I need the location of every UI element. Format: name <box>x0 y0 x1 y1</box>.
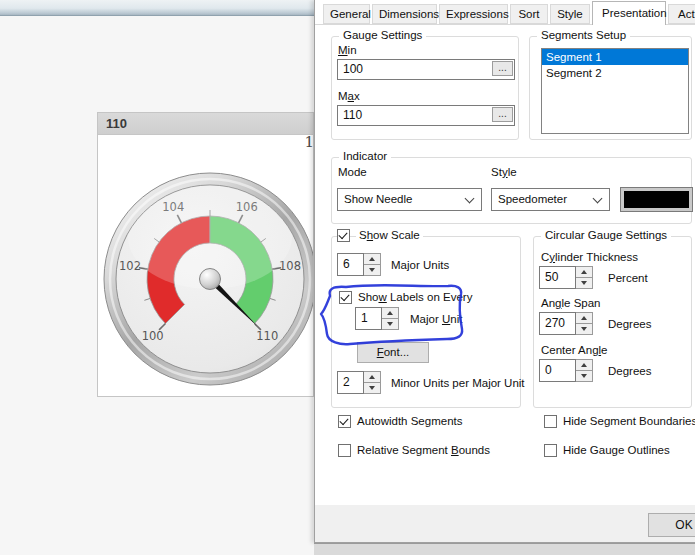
tab-style[interactable]: Style <box>550 4 590 24</box>
min-label: Min <box>338 44 357 56</box>
center-angle-spinner: 0 <box>539 359 593 382</box>
relative-segment-bounds-checkbox[interactable] <box>338 444 351 457</box>
angle-span-value[interactable]: 270 <box>539 312 576 335</box>
tab-expressions[interactable]: Expressions <box>439 4 508 24</box>
segments-listbox: Segment 1 Segment 2 <box>541 48 689 134</box>
min-expression-button[interactable]: ... <box>492 61 513 76</box>
tab-general[interactable]: General <box>323 4 370 24</box>
segment-list-item[interactable]: Segment 2 <box>542 65 688 81</box>
hide-gauge-outlines-label: Hide Gauge Outlines <box>563 444 670 456</box>
chevron-down-icon <box>465 194 475 204</box>
percent-label: Percent <box>608 272 648 284</box>
indicator-color-button[interactable] <box>620 187 693 212</box>
presentation-properties-dialog: General Dimensions Expressions Sort Styl… <box>314 0 695 543</box>
spinner-up-icon[interactable] <box>364 371 381 382</box>
dialog-button-bar: OK <box>315 505 695 543</box>
hide-gauge-outlines-checkbox[interactable] <box>544 444 557 457</box>
gauge-chart: 100102104106108110 <box>98 135 314 397</box>
segments-setup-title: Segments Setup <box>537 29 630 41</box>
minor-units-value[interactable]: 2 <box>337 371 364 394</box>
tab-sort[interactable]: Sort <box>510 4 548 24</box>
cylinder-thickness-spinner: 50 <box>539 266 593 289</box>
major-units-spinner: 6 <box>337 253 381 276</box>
autowidth-segments-label: Autowidth Segments <box>357 415 462 427</box>
indicator-title: Indicator <box>339 150 391 162</box>
hide-segment-boundaries-label: Hide Segment Boundaries <box>563 415 695 427</box>
show-scale-label: Show Scale <box>356 229 423 241</box>
chevron-down-icon <box>593 194 603 204</box>
spinner-down-icon[interactable] <box>576 323 593 335</box>
app-toolbar-edge <box>0 0 316 16</box>
major-units-value[interactable]: 6 <box>337 253 364 276</box>
spinner-down-icon[interactable] <box>364 264 381 276</box>
cylinder-thickness-value[interactable]: 50 <box>539 266 576 289</box>
style-dropdown[interactable]: Speedometer <box>491 188 610 211</box>
spinner-down-icon[interactable] <box>382 318 399 330</box>
spinner-up-icon[interactable] <box>576 266 593 277</box>
spinner-down-icon[interactable] <box>364 382 381 394</box>
min-input[interactable]: 100 <box>337 59 515 80</box>
angle-span-label: Angle Span <box>541 297 601 309</box>
spinner-up-icon[interactable] <box>382 307 399 318</box>
spinner-down-icon[interactable] <box>576 370 593 382</box>
max-expression-button[interactable]: ... <box>492 107 513 122</box>
show-scale-checkbox[interactable] <box>337 229 350 242</box>
window-edge <box>314 543 695 555</box>
major-unit-label: Major Unit <box>410 313 462 325</box>
svg-text:100: 100 <box>142 329 164 343</box>
style-value: Speedometer <box>498 193 567 205</box>
spinner-up-icon[interactable] <box>576 359 593 370</box>
minor-units-spinner: 2 <box>337 371 381 394</box>
center-angle-value[interactable]: 0 <box>539 359 576 382</box>
color-swatch <box>624 191 689 208</box>
labels-every-value[interactable]: 1 <box>355 307 382 330</box>
cylinder-thickness-label: Cylinder Thickness <box>541 251 638 263</box>
ok-button[interactable]: OK <box>648 513 695 537</box>
style-label: Style <box>491 166 517 178</box>
chart-window-titlebar[interactable]: 110 <box>98 113 313 135</box>
max-label: Max <box>338 90 360 102</box>
mode-value: Show Needle <box>344 193 412 205</box>
tab-strip: General Dimensions Expressions Sort Styl… <box>315 0 695 25</box>
spinner-down-icon[interactable] <box>576 277 593 289</box>
degrees-label: Degrees <box>608 318 651 330</box>
circular-gauge-settings-title: Circular Gauge Settings <box>541 229 671 241</box>
mode-label: Mode <box>338 166 367 178</box>
show-labels-checkbox[interactable] <box>339 291 352 304</box>
tab-dimensions[interactable]: Dimensions <box>372 4 437 24</box>
show-labels-label: Show Labels on Every <box>358 291 472 303</box>
degrees-label: Degrees <box>608 365 651 377</box>
angle-span-spinner: 270 <box>539 312 593 335</box>
svg-text:110: 110 <box>256 329 278 343</box>
tab-presentation[interactable]: Presentation <box>592 1 666 25</box>
spinner-up-icon[interactable] <box>576 312 593 323</box>
relative-segment-bounds-label: Relative Segment Bounds <box>357 444 490 456</box>
max-input[interactable]: 110 <box>337 105 515 126</box>
labels-every-spinner: 1 <box>355 307 399 330</box>
hide-segment-boundaries-checkbox[interactable] <box>544 415 557 428</box>
autowidth-segments-checkbox[interactable] <box>338 415 351 428</box>
mode-dropdown[interactable]: Show Needle <box>337 188 482 211</box>
center-angle-label: Center Angle <box>541 344 608 356</box>
font-button[interactable]: Font... <box>357 342 429 363</box>
major-units-label: Major Units <box>391 259 449 271</box>
spinner-up-icon[interactable] <box>364 253 381 264</box>
gauge-settings-title: Gauge Settings <box>339 29 426 41</box>
gauge-chart-window: 110 1 100102104106108110 <box>97 112 314 397</box>
minor-units-label: Minor Units per Major Unit <box>391 377 525 389</box>
segment-list-item[interactable]: Segment 1 <box>542 49 688 65</box>
tab-action[interactable]: Action <box>668 4 695 24</box>
